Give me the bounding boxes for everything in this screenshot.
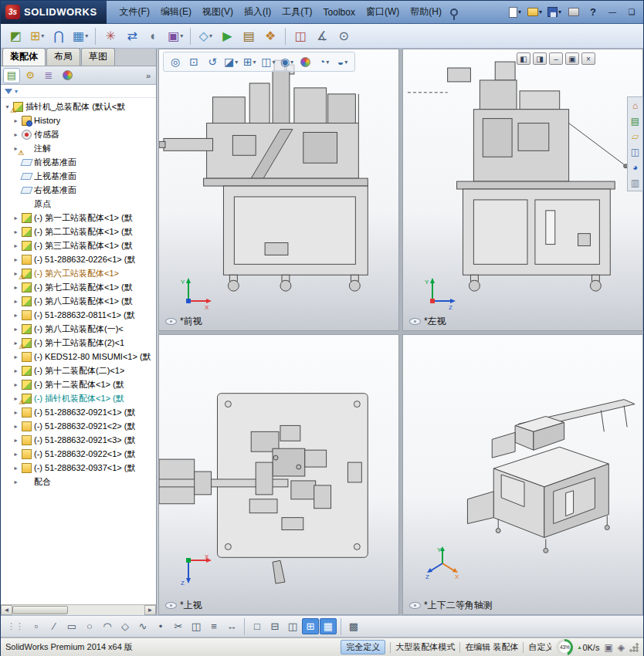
zoom-fit-button[interactable]: ◎ (167, 53, 184, 70)
print-button[interactable] (565, 4, 582, 21)
restore-document-button[interactable]: ▣ (565, 52, 579, 65)
circle-tool-button[interactable]: ○ (81, 618, 98, 634)
expand-caret-icon[interactable]: ▸ (12, 131, 19, 138)
edit-appearance-button[interactable] (297, 53, 314, 70)
zoom-area-button[interactable]: ⊡ (185, 53, 202, 70)
measure-button[interactable]: ∡ (312, 26, 332, 46)
resize-grip[interactable] (629, 643, 639, 652)
mirror-tool-button[interactable]: ◫ (188, 618, 205, 634)
toolbar-drag-handle[interactable]: ⋮⋮ (7, 621, 24, 631)
exploded-view-button[interactable]: ❖ (260, 26, 280, 46)
interference-detection-button[interactable]: ◫ (290, 26, 310, 46)
expand-caret-icon[interactable]: ▸ (12, 381, 19, 388)
section-view-button[interactable]: ◪▾ (222, 53, 239, 70)
configurationmanager-tab[interactable]: ≣ (40, 68, 57, 83)
solidworks-resources-tab[interactable]: ⌂ (629, 99, 642, 112)
tree-item[interactable]: ▸(-) 51-288632-0937<1> (默 (1, 461, 156, 475)
line-tool-button[interactable]: ∕ (46, 618, 63, 634)
mate-button[interactable]: ⋂ (49, 26, 69, 46)
spline-tool-button[interactable]: ∿ (134, 618, 151, 634)
expand-caret-icon[interactable]: ▸ (12, 312, 19, 319)
tab-layout[interactable]: 布局 (46, 48, 80, 66)
expand-caret-icon[interactable]: ▸ (12, 256, 19, 263)
tree-item[interactable]: ▸⚠(-) 第六工站装配体<1> (1, 266, 156, 280)
save-button[interactable]: ▾ (546, 4, 563, 21)
expand-caret-icon[interactable]: ▸ (12, 465, 19, 472)
tab-sketch[interactable]: 草图 (81, 48, 115, 66)
tree-horizontal-scrollbar[interactable]: ◄ ► (1, 604, 156, 615)
menu-window[interactable]: 窗口(W) (361, 2, 405, 22)
view-palette-tab[interactable]: ◫ (629, 145, 642, 158)
expand-caret-icon[interactable]: ▸ (12, 409, 19, 416)
open-document-button[interactable]: ▾ (526, 4, 544, 21)
viewport-top[interactable]: X Z *上视 (158, 334, 399, 615)
tree-item[interactable]: ▸(-) 51-288632-0921<1> (默 (1, 405, 156, 419)
tree-item[interactable]: ▸(-) 第七工站装配体<1> (默 (1, 280, 156, 294)
custom-properties-tab[interactable]: ▥ (629, 176, 642, 189)
close-document-button[interactable]: × (581, 52, 595, 65)
edit-component-button[interactable]: ◩ (5, 26, 25, 46)
panel-expand-button[interactable]: » (143, 71, 154, 80)
viewport-front[interactable]: Y X *前视 (158, 49, 399, 331)
display-style-button[interactable]: ◫▾ (259, 53, 276, 70)
tile-vertically-button[interactable]: ◨ (533, 52, 547, 65)
tree-item[interactable]: 右视基准面 (1, 183, 156, 197)
menu-toolbox[interactable]: Toolbox (318, 4, 361, 21)
view-settings-button[interactable]: ◒▾ (334, 53, 351, 70)
expand-caret-icon[interactable]: ▸ (12, 242, 19, 249)
tree-item[interactable]: ▸(-) 第八工站装配体(一)< (1, 322, 156, 336)
expand-caret-icon[interactable]: ▸ (12, 423, 19, 430)
tree-item[interactable]: ▸(-) 第八工站装配体<1> (默 (1, 294, 156, 308)
new-motion-study-button[interactable]: ▶ (217, 26, 237, 46)
smart-fasteners-button[interactable]: ✳ (100, 26, 120, 46)
viewport-two-horizontal-button[interactable]: ⊟ (266, 618, 283, 634)
tree-item[interactable]: ▸⚠注解 (1, 141, 156, 155)
viewport-isometric[interactable]: Y X Z *上下二等角轴测 (402, 334, 643, 615)
link-views-button[interactable]: ▦ (320, 618, 337, 634)
quick-tips-icon[interactable]: ▣ (604, 642, 612, 653)
new-document-button[interactable]: ▾ (507, 4, 524, 21)
point-tool-button[interactable]: • (152, 618, 169, 634)
bill-of-materials-button[interactable]: ▤ (239, 26, 259, 46)
tree-item[interactable]: ▾⚠插针机_总装配体 (默认<默 (1, 100, 156, 113)
expand-caret-icon[interactable]: ▸ (12, 353, 19, 360)
assembly-features-button[interactable]: ▣▾ (165, 26, 185, 46)
tree-item[interactable]: ▸(-) 第一工站装配体<1> (默 (1, 211, 156, 225)
viewport-two-vertical-button[interactable]: ◫ (284, 618, 301, 634)
tree-item[interactable]: ▸(-) 51-288632-0921<2> (默 (1, 419, 156, 433)
expand-caret-icon[interactable]: ▸ (12, 326, 19, 333)
minimize-window-button[interactable]: — (604, 4, 621, 21)
menu-file[interactable]: 文件(F) (114, 2, 155, 22)
tree-item[interactable]: 原点 (1, 197, 156, 211)
pushpin-icon[interactable] (450, 8, 458, 16)
tree-item[interactable]: ▸History (1, 113, 156, 127)
expand-caret-icon[interactable]: ▸ (12, 298, 19, 305)
propertymanager-tab[interactable]: ⚙ (22, 68, 39, 83)
menu-edit[interactable]: 编辑(E) (155, 2, 197, 22)
expand-caret-icon[interactable]: ▸ (12, 451, 19, 458)
menu-view[interactable]: 视图(V) (197, 2, 239, 22)
tree-item[interactable]: ▸⚠(-) 第十工站装配体(2)<1 (1, 336, 156, 350)
expand-caret-icon[interactable]: ▸ (12, 478, 19, 485)
tree-item[interactable]: ▸⚠(-) 插针机装配体<1> (默 (1, 391, 156, 405)
tree-item[interactable]: ▸(-) 第二工站装配体<1> (默 (1, 225, 156, 238)
rectangle-tool-button[interactable]: ▭ (63, 618, 80, 634)
menu-insert[interactable]: 插入(I) (239, 2, 276, 22)
expand-caret-icon[interactable]: ▸ (12, 228, 19, 235)
view-orientation-button[interactable]: ⊞▾ (241, 53, 258, 70)
expand-caret-icon[interactable]: ▸ (12, 117, 19, 124)
trim-tool-button[interactable]: ✂ (170, 618, 187, 634)
offset-tool-button[interactable]: ≡ (205, 618, 222, 634)
feature-tree-filter[interactable]: ▾ (1, 85, 156, 98)
performance-gauge[interactable]: 43% (556, 639, 573, 656)
tree-item[interactable]: ▸(-) 第三工站装配体<1> (默 (1, 238, 156, 252)
maximize-window-button[interactable]: ❏ (623, 4, 640, 21)
viewport-four-button[interactable]: ⊞ (302, 618, 319, 634)
grid-settings-button[interactable]: ▩ (345, 618, 362, 634)
help-button[interactable]: ? (585, 4, 602, 21)
tree-item[interactable]: ▸(-) 第十二装配体(二)<1> (1, 364, 156, 377)
smart-dimension-button[interactable]: ↔ (223, 618, 240, 634)
tree-item[interactable]: ▸(-) 51-288632-0226<1> (默 (1, 252, 156, 266)
mass-properties-button[interactable]: ⊙ (334, 26, 354, 46)
viewport-left[interactable]: Y Z *左视 (402, 49, 643, 331)
